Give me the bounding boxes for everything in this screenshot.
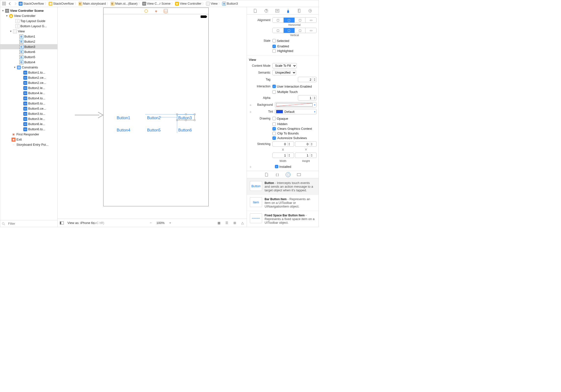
- jump-bar-crumb[interactable]: ◧Main.st...(Base)〉: [111, 1, 141, 6]
- library-item-bar-button[interactable]: Item Bar Button Item - Represents an ite…: [247, 195, 319, 211]
- first-responder-dock-icon[interactable]: ◈: [154, 9, 158, 13]
- tag-field[interactable]: ▲▼: [298, 77, 317, 82]
- outline-constraint[interactable]: ▭Button2.le...: [0, 85, 57, 91]
- opaque-checkbox[interactable]: [272, 117, 276, 120]
- canvas-button4[interactable]: Button4: [117, 128, 130, 132]
- outline-top-layout-guide[interactable]: ▯Top Layout Guide: [0, 18, 57, 24]
- code-snippet-library-tab[interactable]: { }: [275, 172, 280, 177]
- autoresize-checkbox[interactable]: ✓: [272, 136, 276, 140]
- alpha-field[interactable]: ▲▼: [298, 95, 317, 101]
- outline-button[interactable]: BButton5: [0, 54, 57, 60]
- clears-graphics-checkbox[interactable]: ✓: [272, 127, 276, 131]
- jump-bar-crumb[interactable]: ◉View Controller〉: [175, 1, 205, 6]
- quick-help-tab[interactable]: ?: [264, 8, 269, 13]
- zoom-out-button[interactable]: −: [149, 221, 153, 225]
- user-interaction-text: User Interaction Enabled: [277, 85, 312, 88]
- object-library-tab[interactable]: ◯: [286, 172, 291, 177]
- outline-constraint[interactable]: ▭Button3.to...: [0, 111, 57, 116]
- jump-bar-crumb[interactable]: ◧Main.storyboard〉: [78, 1, 110, 6]
- attributes-inspector-tab[interactable]: [285, 8, 291, 13]
- file-template-library-tab[interactable]: [264, 172, 269, 177]
- jump-bar-crumb[interactable]: BButton3: [222, 2, 238, 6]
- library-item-fixed-space[interactable]: Fixed Space Bar Button Item - Represents…: [247, 211, 319, 227]
- toggle-outline-button[interactable]: [60, 221, 64, 225]
- stretch-y-field[interactable]: ▲▼: [295, 141, 317, 147]
- connections-inspector-tab[interactable]: [307, 8, 313, 13]
- outline-view[interactable]: ▼▢View: [0, 29, 57, 34]
- tint-colorwell[interactable]: Default▾: [275, 109, 317, 114]
- view-as-label[interactable]: View as: iPhone 6s (wC hR): [67, 221, 104, 225]
- highlighted-checkbox[interactable]: [272, 49, 276, 53]
- viewcontroller-dock-icon[interactable]: [144, 9, 148, 13]
- align-button[interactable]: ☰: [225, 221, 229, 225]
- outline-tree[interactable]: ▼▭View Controller Scene ▼◉View Controlle…: [0, 7, 57, 220]
- zoom-in-button[interactable]: +: [168, 221, 172, 225]
- jump-bar-crumb[interactable]: ▣StackOverflow〉: [49, 1, 78, 6]
- content-mode-select[interactable]: Scale To Fill: [272, 63, 297, 68]
- stretch-h-field[interactable]: ▲▼: [295, 153, 317, 158]
- selected-checkbox[interactable]: [272, 39, 276, 42]
- outline-constraint[interactable]: ▭Button3.le...: [0, 116, 57, 121]
- size-inspector-tab[interactable]: [296, 8, 302, 13]
- outline-constraint[interactable]: ▭Button6.le...: [0, 121, 57, 127]
- jump-bar-crumb[interactable]: ▭View C...r Scene〉: [142, 1, 175, 6]
- add-row-button[interactable]: +: [249, 110, 252, 114]
- scene-dock[interactable]: ◈ ▭: [103, 8, 208, 14]
- project-icon: ▤: [19, 2, 23, 6]
- stretch-w-field[interactable]: ▲▼: [272, 153, 294, 158]
- jump-bar-crumb[interactable]: ▢View〉: [206, 1, 221, 6]
- horizontal-alignment-seg[interactable]: ▢▢▢▭: [272, 17, 317, 23]
- outline-scene[interactable]: ▼▭View Controller Scene: [0, 8, 57, 13]
- outline-constraint[interactable]: ▭Button6.to...: [0, 127, 57, 132]
- vertical-alignment-seg[interactable]: ▢▢▢▭: [272, 28, 317, 33]
- outline-constraint[interactable]: ▭Button4.to...: [0, 96, 57, 101]
- installed-checkbox[interactable]: ✓: [275, 165, 278, 168]
- jump-bar-crumb[interactable]: ▤StackOverflow〉: [19, 1, 48, 6]
- outline-constraint[interactable]: ▭Button4.le...: [0, 91, 57, 96]
- user-interaction-checkbox[interactable]: ✓: [272, 85, 276, 88]
- add-row-button[interactable]: +: [249, 165, 252, 169]
- outline-bottom-layout-guide[interactable]: ▯Bottom Layout G...: [0, 24, 57, 29]
- clip-to-bounds-checkbox[interactable]: [272, 132, 276, 135]
- hidden-checkbox[interactable]: [272, 122, 276, 126]
- embed-in-button[interactable]: ▦: [217, 221, 221, 225]
- outline-viewcontroller[interactable]: ▼◉View Controller: [0, 13, 57, 18]
- multiple-touch-checkbox[interactable]: [272, 90, 276, 94]
- file-inspector-tab[interactable]: [253, 8, 258, 13]
- library-item-button[interactable]: Button Button - Intercepts touch events …: [247, 178, 319, 195]
- canvas-button1[interactable]: Button1: [117, 116, 130, 120]
- outline-exit[interactable]: ▣Exit: [0, 137, 57, 142]
- stretch-x-field[interactable]: ▲▼: [272, 141, 294, 147]
- enabled-checkbox[interactable]: ✓: [272, 45, 276, 48]
- outline-constraint[interactable]: ▭Button5.ce...: [0, 106, 57, 111]
- pin-button[interactable]: ⊞: [232, 221, 237, 225]
- outline-constraint[interactable]: ▭Button1.to...: [0, 70, 57, 75]
- outline-button[interactable]: BButton6: [0, 49, 57, 54]
- outline-constraints[interactable]: ▼▤Constraints: [0, 65, 57, 70]
- button-icon: B: [19, 35, 23, 39]
- zoom-level[interactable]: 100%: [156, 221, 165, 225]
- outline-constraint[interactable]: ▭Button5.to...: [0, 101, 57, 106]
- add-row-button[interactable]: +: [249, 103, 252, 107]
- related-items-button[interactable]: [2, 1, 7, 6]
- outline-button-selected[interactable]: BButton3: [0, 44, 57, 49]
- outline-first-responder[interactable]: ▣First Responder: [0, 132, 57, 137]
- identity-inspector-tab[interactable]: [275, 8, 280, 13]
- media-library-tab[interactable]: [296, 172, 301, 177]
- outline-button[interactable]: BButton2: [0, 39, 57, 44]
- outline-button[interactable]: BButton4: [0, 60, 57, 65]
- semantic-select[interactable]: Unspecified: [272, 70, 296, 75]
- resolve-issues-button[interactable]: △: [240, 221, 245, 225]
- outline-entry-point[interactable]: →Storyboard Entry Poi...: [0, 142, 57, 147]
- outline-filter-input[interactable]: [7, 221, 56, 226]
- interface-builder-canvas[interactable]: ◈ ▭ Button1 Button2 Button3 Button4 Butt…: [58, 7, 247, 227]
- outline-constraint[interactable]: ▭Button2.ce...: [0, 80, 57, 85]
- background-colorwell[interactable]: ▾: [275, 102, 317, 107]
- back-button[interactable]: [7, 1, 12, 6]
- exit-dock-icon[interactable]: ▭: [164, 9, 168, 13]
- outline-constraint[interactable]: ▭Button2.ce...: [0, 75, 57, 80]
- device-status-bar: [103, 14, 208, 19]
- forward-button[interactable]: [13, 1, 18, 6]
- view-controller-scene[interactable]: ◈ ▭ Button1 Button2 Button3 Button4 Butt…: [103, 8, 209, 206]
- outline-button[interactable]: BButton1: [0, 34, 57, 39]
